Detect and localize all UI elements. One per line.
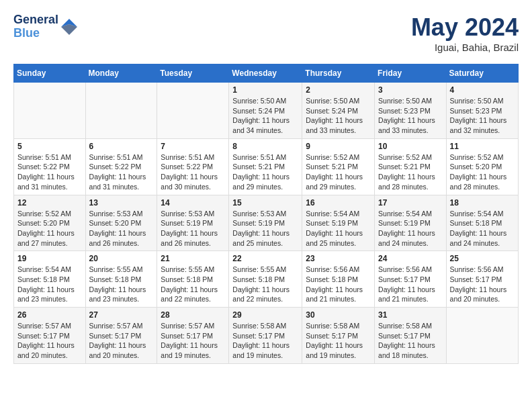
day-info: Sunrise: 5:51 AM Sunset: 5:22 PM Dayligh… [161,152,225,192]
calendar-cell: 23Sunrise: 5:56 AM Sunset: 5:18 PM Dayli… [302,251,375,308]
day-number: 8 [232,142,298,151]
day-number: 2 [306,85,371,95]
calendar-cell [446,308,518,364]
calendar-cell: 3Sunrise: 5:50 AM Sunset: 5:23 PM Daylig… [375,83,447,139]
calendar-cell: 27Sunrise: 5:57 AM Sunset: 5:17 PM Dayli… [85,308,157,364]
calendar-cell: 9Sunrise: 5:52 AM Sunset: 5:21 PM Daylig… [302,138,375,195]
day-number: 12 [17,198,82,208]
day-number: 11 [450,142,515,151]
day-number: 1 [232,85,298,95]
day-number: 20 [89,254,154,263]
day-info: Sunrise: 5:51 AM Sunset: 5:22 PM Dayligh… [89,152,154,192]
day-header-monday: Monday [85,64,157,83]
calendar-cell: 8Sunrise: 5:51 AM Sunset: 5:21 PM Daylig… [229,138,302,195]
calendar-cell: 29Sunrise: 5:58 AM Sunset: 5:17 PM Dayli… [229,308,302,364]
calendar-table: SundayMondayTuesdayWednesdayThursdayFrid… [13,64,519,364]
day-info: Sunrise: 5:53 AM Sunset: 5:20 PM Dayligh… [89,209,154,248]
week-row-4: 26Sunrise: 5:57 AM Sunset: 5:17 PM Dayli… [14,308,519,364]
day-number: 5 [17,142,82,151]
calendar-cell: 1Sunrise: 5:50 AM Sunset: 5:24 PM Daylig… [229,83,302,139]
calendar-cell: 13Sunrise: 5:53 AM Sunset: 5:20 PM Dayli… [85,195,157,251]
day-number: 24 [378,254,443,263]
calendar-cell: 14Sunrise: 5:53 AM Sunset: 5:19 PM Dayli… [157,195,229,251]
week-row-2: 12Sunrise: 5:52 AM Sunset: 5:20 PM Dayli… [14,195,519,251]
calendar-cell: 20Sunrise: 5:55 AM Sunset: 5:18 PM Dayli… [85,251,157,308]
day-number: 13 [89,198,154,208]
calendar-cell: 10Sunrise: 5:52 AM Sunset: 5:21 PM Dayli… [375,138,447,195]
calendar-cell: 21Sunrise: 5:55 AM Sunset: 5:18 PM Dayli… [157,251,229,308]
page-header: GeneralBlue May 2024 Iguai, Bahia, Brazi… [13,13,519,53]
calendar-cell: 26Sunrise: 5:57 AM Sunset: 5:17 PM Dayli… [14,308,86,364]
calendar-cell [14,83,86,139]
day-number: 4 [450,85,515,95]
logo-icon [60,17,79,36]
day-header-friday: Friday [375,64,447,83]
calendar-cell: 4Sunrise: 5:50 AM Sunset: 5:23 PM Daylig… [446,83,518,139]
day-info: Sunrise: 5:58 AM Sunset: 5:17 PM Dayligh… [378,321,443,361]
calendar-cell: 18Sunrise: 5:54 AM Sunset: 5:18 PM Dayli… [446,195,518,251]
day-number: 15 [232,198,298,208]
day-info: Sunrise: 5:57 AM Sunset: 5:17 PM Dayligh… [17,321,82,361]
day-info: Sunrise: 5:52 AM Sunset: 5:21 PM Dayligh… [306,152,371,192]
day-info: Sunrise: 5:50 AM Sunset: 5:23 PM Dayligh… [450,96,515,136]
calendar-cell: 19Sunrise: 5:54 AM Sunset: 5:18 PM Dayli… [14,251,86,308]
day-number: 23 [306,254,371,263]
day-info: Sunrise: 5:57 AM Sunset: 5:17 PM Dayligh… [161,321,225,361]
calendar-cell: 5Sunrise: 5:51 AM Sunset: 5:22 PM Daylig… [14,138,86,195]
day-number: 29 [232,310,298,320]
day-info: Sunrise: 5:53 AM Sunset: 5:19 PM Dayligh… [161,209,225,248]
day-info: Sunrise: 5:52 AM Sunset: 5:20 PM Dayligh… [17,209,82,248]
day-info: Sunrise: 5:52 AM Sunset: 5:21 PM Dayligh… [378,152,443,192]
day-number: 7 [161,142,225,151]
day-number: 31 [378,310,443,320]
day-header-saturday: Saturday [446,64,518,83]
day-header-tuesday: Tuesday [157,64,229,83]
calendar-cell: 30Sunrise: 5:58 AM Sunset: 5:17 PM Dayli… [302,308,375,364]
day-info: Sunrise: 5:54 AM Sunset: 5:18 PM Dayligh… [17,265,82,304]
day-info: Sunrise: 5:50 AM Sunset: 5:23 PM Dayligh… [378,96,443,136]
calendar-cell: 17Sunrise: 5:54 AM Sunset: 5:19 PM Dayli… [375,195,447,251]
day-number: 19 [17,254,82,263]
day-number: 22 [232,254,298,263]
day-info: Sunrise: 5:54 AM Sunset: 5:18 PM Dayligh… [450,209,515,248]
day-number: 9 [306,142,371,151]
calendar-cell: 12Sunrise: 5:52 AM Sunset: 5:20 PM Dayli… [14,195,86,251]
day-info: Sunrise: 5:58 AM Sunset: 5:17 PM Dayligh… [232,321,298,361]
day-number: 26 [17,310,82,320]
day-number: 27 [89,310,154,320]
calendar-cell: 25Sunrise: 5:56 AM Sunset: 5:17 PM Dayli… [446,251,518,308]
day-number: 10 [378,142,443,151]
location: Iguai, Bahia, Brazil [411,42,519,53]
month-title: May 2024 [411,13,519,42]
calendar-cell: 11Sunrise: 5:52 AM Sunset: 5:20 PM Dayli… [446,138,518,195]
day-info: Sunrise: 5:52 AM Sunset: 5:20 PM Dayligh… [450,152,515,192]
calendar-cell: 7Sunrise: 5:51 AM Sunset: 5:22 PM Daylig… [157,138,229,195]
day-info: Sunrise: 5:56 AM Sunset: 5:18 PM Dayligh… [306,265,371,304]
day-number: 6 [89,142,154,151]
day-header-thursday: Thursday [302,64,375,83]
day-number: 30 [306,310,371,320]
day-number: 18 [450,198,515,208]
day-number: 28 [161,310,225,320]
day-info: Sunrise: 5:54 AM Sunset: 5:19 PM Dayligh… [306,209,371,248]
day-info: Sunrise: 5:58 AM Sunset: 5:17 PM Dayligh… [306,321,371,361]
day-header-sunday: Sunday [14,64,86,83]
calendar-cell: 22Sunrise: 5:55 AM Sunset: 5:18 PM Dayli… [229,251,302,308]
week-row-1: 5Sunrise: 5:51 AM Sunset: 5:22 PM Daylig… [14,138,519,195]
day-number: 16 [306,198,371,208]
day-info: Sunrise: 5:53 AM Sunset: 5:19 PM Dayligh… [232,209,298,248]
week-row-3: 19Sunrise: 5:54 AM Sunset: 5:18 PM Dayli… [14,251,519,308]
day-info: Sunrise: 5:57 AM Sunset: 5:17 PM Dayligh… [89,321,154,361]
day-header-wednesday: Wednesday [229,64,302,83]
title-block: May 2024 Iguai, Bahia, Brazil [411,13,519,53]
calendar-cell: 24Sunrise: 5:56 AM Sunset: 5:17 PM Dayli… [375,251,447,308]
day-info: Sunrise: 5:51 AM Sunset: 5:21 PM Dayligh… [232,152,298,192]
day-info: Sunrise: 5:50 AM Sunset: 5:24 PM Dayligh… [232,96,298,136]
days-header-row: SundayMondayTuesdayWednesdayThursdayFrid… [14,64,519,83]
day-info: Sunrise: 5:51 AM Sunset: 5:22 PM Dayligh… [17,152,82,192]
day-number: 3 [378,85,443,95]
day-info: Sunrise: 5:55 AM Sunset: 5:18 PM Dayligh… [232,265,298,304]
day-info: Sunrise: 5:54 AM Sunset: 5:19 PM Dayligh… [378,209,443,248]
day-number: 25 [450,254,515,263]
day-info: Sunrise: 5:55 AM Sunset: 5:18 PM Dayligh… [89,265,154,304]
